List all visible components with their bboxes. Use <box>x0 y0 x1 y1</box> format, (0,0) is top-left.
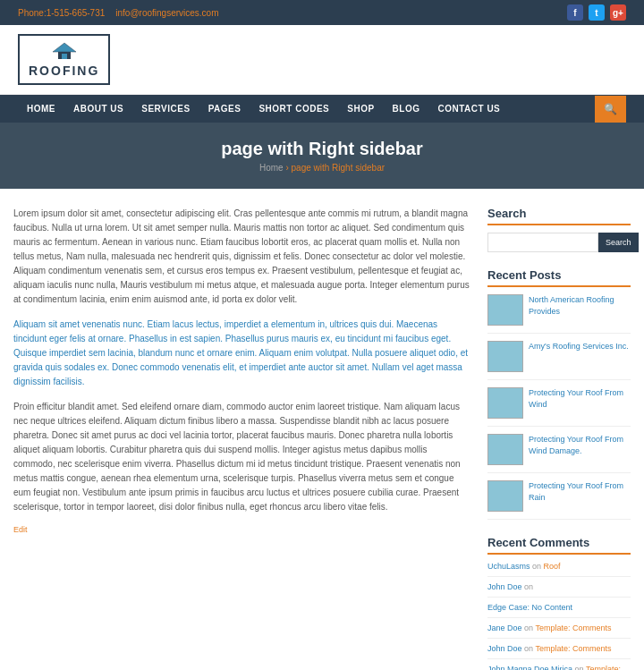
search-box: Search <box>487 233 631 252</box>
page-header: page with Right sidebar Home › page with… <box>0 123 644 189</box>
comment-author[interactable]: Edge Case: No Content <box>487 603 572 612</box>
list-item: Protecting Your Roof From Wind Damage. <box>487 434 631 473</box>
breadcrumb-home[interactable]: Home <box>259 163 284 173</box>
post-title[interactable]: Amy's Roofing Services Inc. <box>529 341 629 352</box>
content-paragraph-3: Proin efficitur blandit amet. Sed eleife… <box>13 400 470 514</box>
comment-on: on <box>524 582 533 591</box>
post-thumbnail <box>487 341 523 372</box>
list-item: Protecting Your Roof From Rain <box>487 480 631 520</box>
comment-author[interactable]: John Doe <box>487 582 522 591</box>
sidebar-search-title: Search <box>487 207 631 225</box>
post-thumbnail <box>487 294 523 326</box>
main-wrapper: Lorem ipsum dolor sit amet, consectetur … <box>0 189 644 670</box>
nav-search-button[interactable]: 🔍 <box>595 96 626 123</box>
nav-pages[interactable]: PAGES <box>199 95 250 123</box>
content-area: Lorem ipsum dolor sit amet, consectetur … <box>13 207 470 670</box>
comment-author[interactable]: John Doe <box>487 644 522 653</box>
googleplus-icon[interactable]: g+ <box>610 4 626 21</box>
comment-on: on <box>532 562 544 571</box>
nav-services[interactable]: SERVICES <box>132 95 199 123</box>
nav-shop[interactable]: SHOP <box>338 95 383 123</box>
comment-author[interactable]: Jane Doe <box>487 623 522 632</box>
list-item: Edge Case: No Content <box>487 603 631 618</box>
nav-contact[interactable]: CONTACT US <box>428 95 509 123</box>
top-bar-left: Phone:1-515-665-731 info@roofingservices… <box>18 8 219 18</box>
list-item: John Doe on Template: Comments <box>487 644 631 659</box>
logo-text: ROOFING <box>29 64 99 78</box>
sidebar-recent-posts-section: Recent Posts North American Roofing Prov… <box>487 268 631 520</box>
header: ROOFING <box>0 25 644 95</box>
sidebar: Search Search Recent Posts North America… <box>487 207 631 670</box>
edit-link[interactable]: Edit <box>13 525 470 534</box>
comment-author[interactable]: UchuLasms <box>487 562 530 571</box>
nav-home[interactable]: HOME <box>18 95 64 123</box>
post-title[interactable]: Protecting Your Roof From Wind <box>529 387 631 410</box>
list-item: John Magna Doe Mirica on Template: Comme… <box>487 665 631 670</box>
comment-on: on <box>524 623 535 632</box>
sidebar-recent-comments-section: Recent Comments UchuLasms on Roof John D… <box>487 536 631 670</box>
post-title[interactable]: Protecting Your Roof From Wind Damage. <box>529 434 631 456</box>
svg-marker-0 <box>53 43 76 52</box>
logo-box: ROOFING <box>18 34 110 85</box>
list-item: Amy's Roofing Services Inc. <box>487 341 631 380</box>
post-thumbnail <box>487 480 523 512</box>
comment-on: on <box>575 665 586 670</box>
breadcrumb-current: page with Right sidebar <box>292 163 386 173</box>
nav-blog[interactable]: BLOG <box>384 95 429 123</box>
page-title: page with Right sidebar <box>16 139 628 159</box>
post-title[interactable]: Protecting Your Roof From Rain <box>529 480 631 503</box>
search-button[interactable]: Search <box>598 233 639 252</box>
comment-on: on <box>524 644 535 653</box>
content-paragraph-2: Aliquam sit amet venenatis nunc. Etiam l… <box>13 318 470 389</box>
list-item: Jane Doe on Template: Comments <box>487 623 631 639</box>
post-thumbnail <box>487 434 523 465</box>
twitter-icon[interactable]: t <box>589 4 605 21</box>
top-bar-social: f t g+ <box>567 4 626 21</box>
content-paragraph-1: Lorem ipsum dolor sit amet, consectetur … <box>13 207 470 307</box>
sidebar-search-section: Search Search <box>487 207 631 252</box>
main-nav: HOME ABOUT US SERVICES PAGES SHORT CODES… <box>0 95 644 123</box>
top-bar: Phone:1-515-665-731 info@roofingservices… <box>0 0 644 25</box>
phone-info: Phone:1-515-665-731 <box>18 8 105 18</box>
comment-link[interactable]: Template: Comments <box>535 644 611 653</box>
svg-rect-2 <box>62 54 67 59</box>
logo-roof-icon <box>29 41 99 64</box>
sidebar-recent-comments-title: Recent Comments <box>487 536 631 555</box>
email-info: info@roofingservices.com <box>115 8 218 18</box>
breadcrumb: Home › page with Right sidebar <box>16 163 628 173</box>
nav-shortcodes[interactable]: SHORT CODES <box>250 95 338 123</box>
list-item: John Doe on <box>487 582 631 598</box>
logo-area: ROOFING <box>18 34 110 85</box>
nav-about[interactable]: ABOUT US <box>64 95 132 123</box>
list-item: North American Roofing Provides <box>487 294 631 334</box>
list-item: Protecting Your Roof From Wind <box>487 387 631 427</box>
phone-link[interactable]: Phone:1-515-665-731 <box>18 8 105 18</box>
comment-link[interactable]: Roof <box>544 562 561 571</box>
comment-link[interactable]: Template: Comments <box>535 623 611 632</box>
comment-author[interactable]: John Magna Doe Mirica <box>487 665 572 670</box>
email-link[interactable]: info@roofingservices.com <box>115 8 218 18</box>
sidebar-recent-posts-title: Recent Posts <box>487 268 631 287</box>
post-title[interactable]: North American Roofing Provides <box>529 294 631 317</box>
search-input[interactable] <box>487 233 598 252</box>
list-item: UchuLasms on Roof <box>487 562 631 577</box>
post-thumbnail <box>487 387 523 419</box>
facebook-icon[interactable]: f <box>567 4 583 21</box>
